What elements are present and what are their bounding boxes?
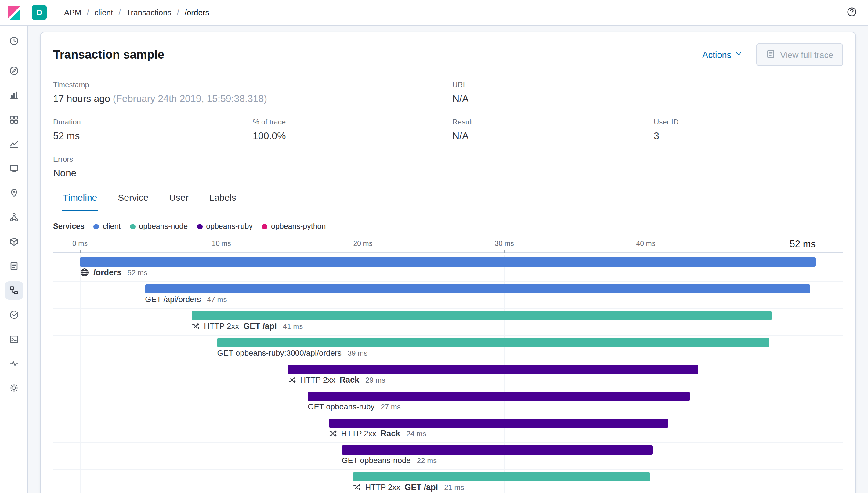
waterfall-row: HTTP 2xxRack24 ms xyxy=(53,416,843,443)
meta-label: Errors xyxy=(53,155,253,164)
sidebar-item-visualize[interactable] xyxy=(5,86,23,104)
axis-tick-mark xyxy=(646,250,647,253)
transaction-sample-card: Transaction sample Actions View full tra… xyxy=(40,32,856,493)
sidebar-item-dev-tools[interactable] xyxy=(5,330,23,348)
sidebar-item-uptime[interactable] xyxy=(5,306,23,324)
actions-menu-button[interactable]: Actions xyxy=(701,47,744,62)
tab-user[interactable]: User xyxy=(168,190,190,211)
meta-field-duration: Duration52 ms xyxy=(53,118,253,142)
sidebar-item-recently-viewed[interactable] xyxy=(5,32,23,50)
span-label: /orders52 ms xyxy=(80,268,147,277)
caret-down-icon xyxy=(734,49,743,60)
tab-labels[interactable]: Labels xyxy=(208,190,237,211)
span-label: HTTP 2xxRack24 ms xyxy=(329,429,426,438)
canvas-icon xyxy=(9,164,19,173)
span-name: GET /api/orders xyxy=(145,295,201,304)
breadcrumb: APM/client/Transactions//orders xyxy=(64,8,209,17)
logs-icon xyxy=(9,261,19,271)
legend-dot xyxy=(94,223,99,229)
recently-viewed-icon xyxy=(9,36,19,46)
span-duration: 24 ms xyxy=(406,429,426,438)
space-badge[interactable]: D xyxy=(32,5,47,20)
tab-service[interactable]: Service xyxy=(117,190,150,211)
waterfall-bar-rack[interactable] xyxy=(288,365,698,374)
waterfall-bar-orders[interactable] xyxy=(80,257,816,266)
meta-value: 52 ms xyxy=(53,131,253,142)
meta-value: None xyxy=(53,168,253,179)
axis-tick-mark xyxy=(504,250,505,253)
waterfall-rows: /orders52 msGET /api/orders47 msHTTP 2xx… xyxy=(53,255,843,493)
breadcrumb-item[interactable]: Transactions xyxy=(126,8,171,17)
machine-learning-icon xyxy=(9,212,19,222)
sidebar-item-apm[interactable] xyxy=(5,281,23,300)
merge-icon xyxy=(192,322,199,330)
span-name: GET /api xyxy=(243,322,277,331)
merge-icon xyxy=(288,376,296,384)
span-name: Rack xyxy=(381,429,400,438)
waterfall-bar-get-opbeans-ruby-3000-api-orders[interactable] xyxy=(217,338,769,347)
merge-icon xyxy=(329,430,337,437)
meta-value: 17 hours ago (February 24th 2019, 15:59:… xyxy=(53,93,452,104)
span-label: HTTP 2xxRack29 ms xyxy=(288,375,385,384)
waterfall-bar-get-api-orders[interactable] xyxy=(145,284,810,294)
legend-label: opbeans-ruby xyxy=(206,222,253,231)
waterfall-bar-get-api[interactable] xyxy=(353,472,650,481)
waterfall-row-plot: GET opbeans-ruby:3000/api/orders39 ms xyxy=(80,336,816,362)
meta-label: URL xyxy=(452,81,843,89)
waterfall-bar-get-opbeans-node[interactable] xyxy=(341,445,653,454)
span-duration: 22 ms xyxy=(417,456,437,465)
top-bar: D APM/client/Transactions//orders xyxy=(0,0,868,26)
meta-field-of-trace: % of trace100.0% xyxy=(253,118,452,142)
sidebar-item-discover[interactable] xyxy=(5,62,23,80)
help-icon[interactable] xyxy=(844,4,860,21)
meta-field-user-id: User ID3 xyxy=(654,118,843,142)
main-content: Transaction sample Actions View full tra… xyxy=(28,26,868,493)
sidebar-item-monitoring[interactable] xyxy=(5,355,23,373)
waterfall-row: HTTP 2xxGET /api21 ms xyxy=(53,470,843,493)
dashboard-icon xyxy=(9,115,19,125)
breadcrumb-separator: / xyxy=(119,8,121,17)
span-prefix: HTTP 2xx xyxy=(341,429,376,438)
waterfall-row-plot: HTTP 2xxGET /api21 ms xyxy=(80,470,816,493)
sidebar-item-management[interactable] xyxy=(5,379,23,397)
breadcrumb-item[interactable]: client xyxy=(94,8,113,17)
span-name: GET opbeans-ruby xyxy=(308,402,375,411)
merge-icon xyxy=(353,483,361,491)
tab-timeline[interactable]: Timeline xyxy=(62,190,98,211)
sidebar-item-maps[interactable] xyxy=(5,184,23,202)
sidebar-item-logs[interactable] xyxy=(5,257,23,275)
span-duration: 29 ms xyxy=(365,376,385,384)
help-icon-glyph xyxy=(847,6,857,19)
span-label: GET /api/orders47 ms xyxy=(145,295,227,304)
breadcrumb-separator: / xyxy=(87,8,89,17)
sidebar-item-machine-learning[interactable] xyxy=(5,208,23,227)
legend-item-opbeans-ruby: opbeans-ruby xyxy=(197,222,253,231)
waterfall-bar-get-api[interactable] xyxy=(192,311,771,320)
span-prefix: HTTP 2xx xyxy=(365,483,400,492)
discover-icon xyxy=(9,66,19,76)
meta-field-url: URLN/A xyxy=(452,81,843,104)
breadcrumb-item[interactable]: APM xyxy=(64,8,81,17)
kibana-apm-app: D APM/client/Transactions//orders Transa… xyxy=(0,0,868,493)
sidebar-item-infrastructure[interactable] xyxy=(5,233,23,251)
sidebar-item-dashboard[interactable] xyxy=(5,110,23,129)
legend-dot xyxy=(262,223,267,229)
view-full-trace-label: View full trace xyxy=(780,50,833,60)
view-full-trace-button[interactable]: View full trace xyxy=(756,43,843,66)
span-label: HTTP 2xxGET /api41 ms xyxy=(192,322,303,331)
meta-field-timestamp: Timestamp17 hours ago (February 24th 201… xyxy=(53,81,452,104)
legend-label: opbeans-python xyxy=(271,222,326,231)
axis-tick-label: 30 ms xyxy=(495,240,514,247)
sidebar-item-canvas[interactable] xyxy=(5,159,23,177)
sidebar-item-timelion[interactable] xyxy=(5,135,23,153)
waterfall-row: GET opbeans-ruby27 ms xyxy=(53,389,843,416)
waterfall-row-plot: HTTP 2xxRack24 ms xyxy=(80,416,816,442)
dev-tools-icon xyxy=(9,334,19,344)
tabs: TimelineServiceUserLabels xyxy=(53,190,843,211)
kibana-logo[interactable] xyxy=(0,0,28,25)
axis-tick-label: 10 ms xyxy=(212,240,231,247)
waterfall-bar-rack[interactable] xyxy=(329,419,669,428)
waterfall-row-plot: GET /api/orders47 ms xyxy=(80,282,816,308)
span-prefix: HTTP 2xx xyxy=(300,375,335,384)
waterfall-bar-get-opbeans-ruby[interactable] xyxy=(308,392,690,401)
